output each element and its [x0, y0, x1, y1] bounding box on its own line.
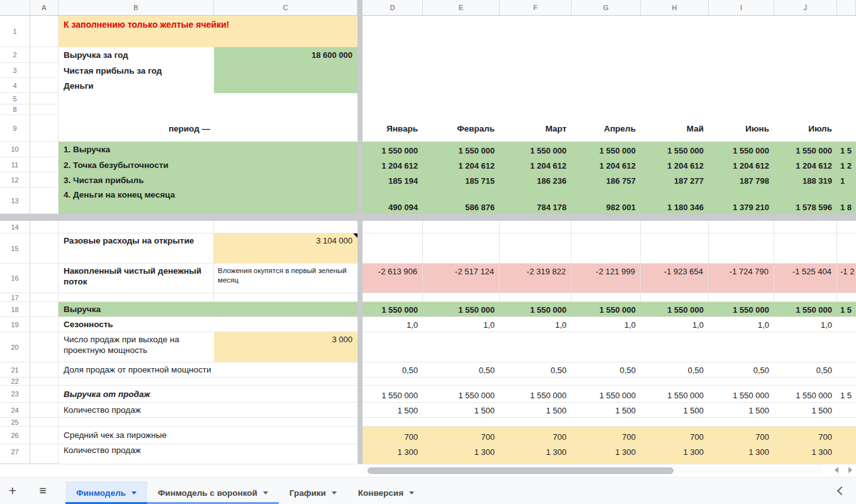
cumulative-cashflow-value-cell[interactable]: -1 525 404: [774, 264, 837, 293]
empty-cell[interactable]: [641, 418, 709, 427]
revenue-section-value-cell[interactable]: 1 550 000: [423, 302, 500, 317]
empty-cell[interactable]: [500, 221, 572, 233]
sales-count-value-cell[interactable]: 1 500: [709, 403, 774, 418]
sales-revenue-value-cell[interactable]: 1 550 000: [423, 386, 500, 403]
empty-cell[interactable]: [423, 378, 500, 386]
seasonality-value-cell[interactable]: 1,0: [641, 317, 709, 332]
average-check-value-cell[interactable]: 700: [641, 427, 709, 444]
k-partial-cell[interactable]: [837, 418, 856, 427]
revenue-value-cell[interactable]: 1 550 000: [572, 142, 641, 157]
empty-cell[interactable]: [774, 418, 837, 427]
empty-cell[interactable]: [572, 221, 641, 233]
money-end-month-value-cell[interactable]: 490 094: [363, 188, 423, 214]
sales-revenue-value-cell[interactable]: 1 550 000: [572, 386, 641, 403]
empty-cell[interactable]: [709, 418, 774, 427]
empty-cell[interactable]: [59, 221, 214, 233]
row-number[interactable]: 13: [0, 188, 30, 214]
empty-cell[interactable]: [363, 293, 423, 302]
row-number[interactable]: 20: [0, 332, 30, 362]
value-one-time-costs[interactable]: 3 104 000: [214, 233, 358, 264]
row-number[interactable]: 22: [0, 378, 30, 386]
k-partial-cell[interactable]: 1 5: [837, 302, 856, 317]
revenue-value-cell[interactable]: 1 550 000: [641, 142, 709, 157]
cell-a12[interactable]: [30, 172, 59, 188]
empty-cell[interactable]: [641, 221, 709, 233]
row-number[interactable]: 23: [0, 386, 30, 403]
chevron-down-icon[interactable]: [332, 491, 337, 495]
share-value-cell[interactable]: 0,50: [572, 362, 641, 378]
cell-a27[interactable]: [30, 444, 59, 464]
revenue-value-cell[interactable]: 1 550 000: [423, 142, 500, 157]
empty-cell[interactable]: [363, 332, 423, 362]
sales-count-2-value-cell[interactable]: 1 300: [363, 444, 423, 464]
empty-cell[interactable]: [59, 293, 214, 302]
k-partial-cell[interactable]: 1 8: [837, 188, 856, 214]
row-number[interactable]: 11: [0, 157, 30, 172]
k-partial-cell[interactable]: [837, 233, 856, 264]
frozen-rows-divider[interactable]: [0, 214, 856, 221]
cell-a25[interactable]: [30, 418, 59, 427]
cell-a10[interactable]: [30, 142, 59, 157]
cell-a8[interactable]: [30, 104, 59, 115]
row-number[interactable]: 8: [0, 104, 30, 115]
k-partial-cell[interactable]: [837, 427, 856, 444]
empty-cell[interactable]: [641, 332, 709, 362]
column-header-k-partial[interactable]: [837, 0, 856, 16]
money-end-month-value-cell[interactable]: 1 379 210: [709, 188, 774, 214]
cumulative-cashflow-value-cell[interactable]: -2 319 822: [500, 264, 572, 293]
empty-cell[interactable]: [572, 293, 641, 302]
column-header-b[interactable]: B: [59, 0, 214, 16]
chevron-down-icon[interactable]: [132, 491, 137, 495]
k-partial-cell[interactable]: 1 5: [837, 386, 856, 403]
k-partial-cell[interactable]: [837, 378, 856, 386]
sales-count-value-cell[interactable]: 1 500: [500, 403, 572, 418]
row-number[interactable]: 1: [0, 16, 30, 47]
column-header-i[interactable]: I: [709, 0, 774, 16]
scroll-right-icon[interactable]: [848, 467, 852, 473]
label-seasonality[interactable]: Сезонность: [59, 317, 358, 332]
net-profit-value-cell[interactable]: 186 236: [500, 172, 572, 188]
empty-cell[interactable]: [500, 378, 572, 386]
k-partial-cell[interactable]: 1: [837, 172, 856, 188]
empty-cell[interactable]: [500, 233, 572, 264]
chevron-down-icon[interactable]: [409, 491, 414, 495]
money-end-month-value-cell[interactable]: 586 876: [423, 188, 500, 214]
label-net-profit-year[interactable]: Чистая прибыль за год: [59, 63, 214, 78]
row-number[interactable]: 27: [0, 444, 30, 464]
banner-cell[interactable]: К заполнению только желтые ячейки!: [59, 16, 358, 47]
column-header-f[interactable]: F: [500, 0, 572, 16]
cell-a13[interactable]: [30, 188, 59, 214]
label-one-time-costs[interactable]: Разовые расходы на открытие: [59, 233, 214, 264]
label-money[interactable]: Деньги: [59, 78, 214, 93]
column-header-g[interactable]: G: [572, 0, 641, 16]
cell-a9[interactable]: [30, 115, 59, 142]
row-number[interactable]: 3: [0, 63, 30, 78]
select-all-corner[interactable]: [0, 0, 30, 16]
share-value-cell[interactable]: 0,50: [641, 362, 709, 378]
scroll-tabs-left-icon[interactable]: [837, 486, 846, 495]
breakeven-value-cell[interactable]: 1 204 612: [641, 157, 709, 172]
k-partial-cell[interactable]: [837, 444, 856, 464]
cell-a3[interactable]: [30, 63, 59, 78]
net-profit-value-cell[interactable]: 187 798: [709, 172, 774, 188]
empty-cell[interactable]: [363, 233, 423, 264]
value-sales-at-capacity[interactable]: 3 000: [214, 332, 358, 362]
revenue-section-value-cell[interactable]: 1 550 000: [641, 302, 709, 317]
column-header-j[interactable]: J: [774, 0, 837, 16]
net-profit-value-cell[interactable]: 188 319: [774, 172, 837, 188]
breakeven-value-cell[interactable]: 1 204 612: [572, 157, 641, 172]
row-number[interactable]: 5: [0, 93, 30, 104]
breakeven-value-cell[interactable]: 1 204 612: [423, 157, 500, 172]
scroll-left-icon[interactable]: [835, 467, 838, 473]
empty-cell[interactable]: [59, 104, 358, 115]
month-header-cell[interactable]: Июнь: [709, 115, 774, 142]
revenue-section-value-cell[interactable]: 1 550 000: [572, 302, 641, 317]
label-sales-count-2[interactable]: Количество продаж: [59, 444, 358, 464]
sales-count-2-value-cell[interactable]: 1 300: [709, 444, 774, 464]
empty-cell[interactable]: [423, 221, 500, 233]
empty-cell[interactable]: [59, 93, 358, 104]
column-header-c[interactable]: C: [214, 0, 358, 16]
share-value-cell[interactable]: 0,50: [363, 362, 423, 378]
cell-a17[interactable]: [30, 293, 59, 302]
cumulative-cashflow-value-cell[interactable]: -2 121 999: [572, 264, 641, 293]
